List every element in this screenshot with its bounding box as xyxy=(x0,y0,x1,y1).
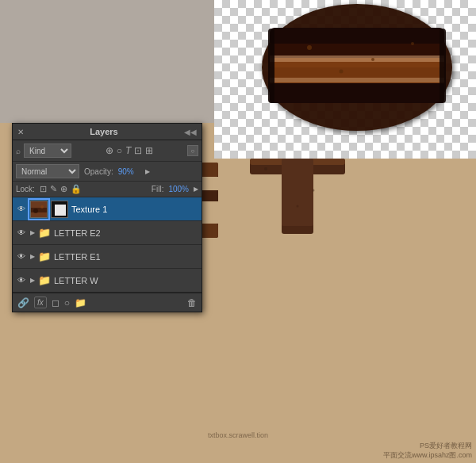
layer-thumb-texture1 xyxy=(30,201,48,218)
opacity-arrow[interactable]: ▶ xyxy=(145,168,150,175)
lock-all-icon[interactable]: 🔒 xyxy=(71,184,82,194)
svg-point-31 xyxy=(313,189,315,192)
opacity-label: Opacity: xyxy=(84,167,113,176)
filter-toggle[interactable]: ○ xyxy=(187,145,198,156)
panel-expand-arrows[interactable]: ◀◀ xyxy=(184,128,197,136)
adjustment-layer-icon[interactable]: ○ xyxy=(64,297,70,308)
cake-svg xyxy=(214,0,476,159)
filter-row: ⌕ Kind ⊕ ○ T ⊡ ⊞ ○ xyxy=(13,140,202,162)
svg-point-35 xyxy=(33,209,38,213)
visibility-icon-letter-e1[interactable]: 👁 xyxy=(16,251,27,262)
lock-icons-group: ⊡ ✎ ⊕ 🔒 xyxy=(40,184,82,194)
panel-title-bar[interactable]: ✕ Layers ◀◀ xyxy=(13,124,202,140)
svg-rect-38 xyxy=(55,205,66,216)
fill-label: Fill: xyxy=(152,185,164,193)
svg-point-32 xyxy=(297,205,299,208)
svg-rect-29 xyxy=(282,159,313,226)
type-filter-icon[interactable]: T xyxy=(125,145,131,156)
group-expand-arrow-e1[interactable]: ▶ xyxy=(30,253,35,260)
svg-rect-6 xyxy=(270,83,444,103)
fill-value[interactable]: 100% xyxy=(168,185,189,193)
folder-icon-w: 📁 xyxy=(38,274,51,286)
svg-point-12 xyxy=(340,70,344,74)
fx-icon[interactable]: fx xyxy=(34,297,47,308)
shape-filter-icon[interactable]: ⊡ xyxy=(134,145,142,156)
panel-toolbar: 🔗 fx ◻ ○ 📁 🗑 xyxy=(13,293,202,312)
watermark-1: txtbox.scrawell.tion xyxy=(208,431,268,439)
svg-rect-34 xyxy=(31,208,48,212)
group-expand-arrow-w[interactable]: ▶ xyxy=(30,277,35,284)
close-icon[interactable]: ✕ xyxy=(17,128,24,136)
lock-artboard-icon[interactable]: ⊕ xyxy=(60,184,67,194)
smartobject-filter-icon[interactable]: ⊞ xyxy=(145,145,153,156)
svg-point-13 xyxy=(411,42,414,45)
delete-layer-icon[interactable]: 🗑 xyxy=(187,297,197,308)
visibility-icon-letter-w[interactable]: 👁 xyxy=(16,275,27,286)
add-mask-icon[interactable]: ◻ xyxy=(52,297,60,308)
svg-rect-9 xyxy=(270,28,444,37)
lock-pixel-icon[interactable]: ⊡ xyxy=(40,184,47,194)
layer-name-w: LETTER W xyxy=(54,276,198,285)
svg-point-11 xyxy=(371,58,374,61)
layer-mask-texture1 xyxy=(51,201,68,218)
lock-position-icon[interactable]: ✎ xyxy=(50,184,57,194)
svg-rect-7 xyxy=(270,55,444,62)
layer-name-e1: LETTER E1 xyxy=(54,252,198,262)
group-expand-arrow-e2[interactable]: ▶ xyxy=(30,229,35,236)
svg-rect-8 xyxy=(270,78,444,82)
new-group-icon[interactable]: 📁 xyxy=(75,297,86,308)
transparent-area-topleft xyxy=(0,0,214,123)
lock-label: Lock: xyxy=(16,185,35,193)
layer-row-letter-e1[interactable]: 👁 ▶ 📁 LETTER E1 xyxy=(13,245,202,269)
layer-name-texture1: Texture 1 xyxy=(71,205,198,214)
visibility-icon-texture1[interactable]: 👁 xyxy=(16,204,27,215)
share-label: 平面交流www.ipsahz图.com xyxy=(383,450,472,461)
cake-image-area xyxy=(214,0,476,159)
pixel-filter-icon[interactable]: ⊕ xyxy=(106,145,113,156)
link-layers-icon[interactable]: 🔗 xyxy=(17,297,29,308)
svg-rect-14 xyxy=(268,29,274,103)
blend-mode-select[interactable]: Normal xyxy=(16,164,79,178)
svg-rect-15 xyxy=(440,29,446,103)
filter-icons-group: ⊕ ○ T ⊡ ⊞ xyxy=(106,145,154,156)
layer-name-e2: LETTER E2 xyxy=(54,228,198,238)
svg-point-30 xyxy=(264,167,267,170)
kind-filter-select[interactable]: Kind xyxy=(24,143,71,158)
layers-panel: ✕ Layers ◀◀ ⌕ Kind ⊕ ○ T ⊡ ⊞ ○ Normal Op… xyxy=(12,123,202,312)
fill-arrow[interactable]: ▶ xyxy=(194,186,198,193)
layer-row-texture1[interactable]: 👁 Texture 1 xyxy=(13,197,202,221)
blend-opacity-row: Normal Opacity: 90% ▶ xyxy=(13,162,202,182)
opacity-value[interactable]: 90% xyxy=(118,167,140,176)
layer-row-letter-w[interactable]: 👁 ▶ 📁 LETTER W xyxy=(13,269,202,293)
adjustment-filter-icon[interactable]: ○ xyxy=(117,145,122,156)
svg-point-10 xyxy=(307,45,312,50)
visibility-icon-letter-e2[interactable]: 👁 xyxy=(16,228,27,239)
folder-icon-e1: 📁 xyxy=(38,251,51,262)
lock-row: Lock: ⊡ ✎ ⊕ 🔒 Fill: 100% ▶ xyxy=(13,182,202,197)
folder-icon-e2: 📁 xyxy=(38,227,51,239)
panel-title: Layers xyxy=(90,127,117,136)
layer-row-letter-e2[interactable]: 👁 ▶ 📁 LETTER E2 xyxy=(13,221,202,245)
search-icon: ⌕ xyxy=(16,147,21,155)
svg-point-36 xyxy=(40,205,44,209)
